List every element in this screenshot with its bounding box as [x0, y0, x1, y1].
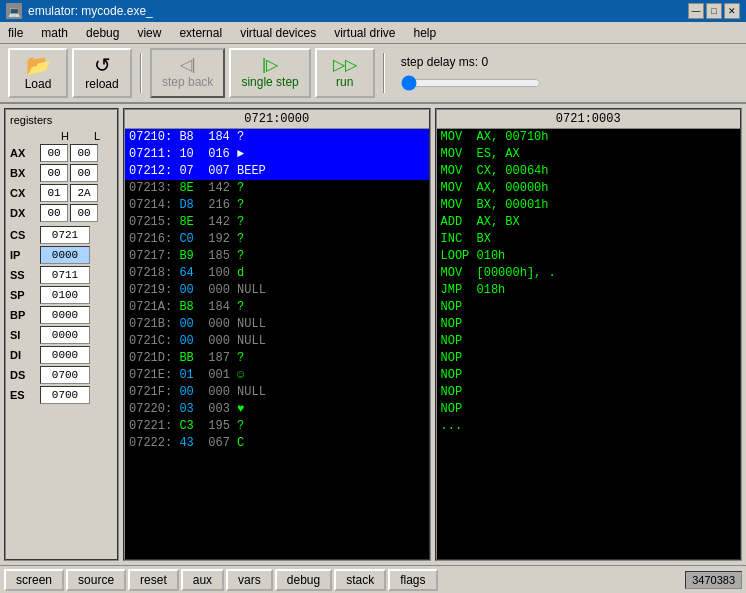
reg-cs-val[interactable] [40, 226, 90, 244]
code-line[interactable]: 07221: C3 195 ? [125, 418, 429, 435]
reg-dx-h[interactable] [40, 204, 68, 222]
reg-es-name: ES [10, 389, 38, 401]
menu-item-debug[interactable]: debug [82, 24, 123, 42]
tab-screen[interactable]: screen [4, 569, 64, 591]
asm-line[interactable]: MOV ES, AX [437, 146, 741, 163]
menu-item-virtual-drive[interactable]: virtual drive [330, 24, 399, 42]
load-icon: 📂 [26, 55, 51, 75]
asm-line[interactable]: NOP [437, 384, 741, 401]
code-line[interactable]: 07211: 10 016 ► [125, 146, 429, 163]
asm-line[interactable]: ADD AX, BX [437, 214, 741, 231]
right-code-scroll[interactable]: MOV AX, 00710h MOV ES, AX MOV CX, 00064h… [437, 129, 741, 559]
code-line[interactable]: 07216: C0 192 ? [125, 231, 429, 248]
code-line[interactable]: 07214: D8 216 ? [125, 197, 429, 214]
reg-cx-l[interactable] [70, 184, 98, 202]
reg-cx-h[interactable] [40, 184, 68, 202]
code-line[interactable]: 0721F: 00 000 NULL [125, 384, 429, 401]
step-back-label: step back [162, 75, 213, 89]
reg-si-val[interactable] [40, 326, 90, 344]
reg-ax-name: AX [10, 147, 38, 159]
reload-button[interactable]: ↺ reload [72, 48, 132, 98]
left-code-scroll[interactable]: 07210: B8 184 ? 07211: 10 016 ► 07212: 0… [125, 129, 429, 559]
reg-ss-name: SS [10, 269, 38, 281]
tab-source[interactable]: source [66, 569, 126, 591]
asm-line[interactable]: MOV CX, 00064h [437, 163, 741, 180]
reg-si-name: SI [10, 329, 38, 341]
menu-item-math[interactable]: math [37, 24, 72, 42]
asm-line[interactable]: NOP [437, 316, 741, 333]
asm-line[interactable]: MOV [00000h], . [437, 265, 741, 282]
reg-ip-name: IP [10, 249, 38, 261]
tab-debug[interactable]: debug [275, 569, 332, 591]
reg-row-ss: SS [10, 266, 113, 284]
reg-bx-h[interactable] [40, 164, 68, 182]
asm-line[interactable]: NOP [437, 401, 741, 418]
code-line[interactable]: 07210: B8 184 ? [125, 129, 429, 146]
reg-bx-l[interactable] [70, 164, 98, 182]
asm-line[interactable]: ... [437, 418, 741, 435]
code-line[interactable]: 07213: 8E 142 ? [125, 180, 429, 197]
reg-bp-val[interactable] [40, 306, 90, 324]
reload-icon: ↺ [94, 55, 111, 75]
asm-line[interactable]: NOP [437, 333, 741, 350]
reg-di-val[interactable] [40, 346, 90, 364]
run-button[interactable]: ▷▷ run [315, 48, 375, 98]
load-button[interactable]: 📂 Load [8, 48, 68, 98]
asm-line[interactable]: MOV AX, 00710h [437, 129, 741, 146]
asm-line[interactable]: MOV AX, 00000h [437, 180, 741, 197]
tab-aux[interactable]: aux [181, 569, 224, 591]
reg-h-label: H [51, 130, 79, 142]
code-line[interactable]: 07219: 00 000 NULL [125, 282, 429, 299]
menu-item-file[interactable]: file [4, 24, 27, 42]
asm-line[interactable]: LOOP 010h [437, 248, 741, 265]
reg-ds-val[interactable] [40, 366, 90, 384]
code-line[interactable]: 0721A: B8 184 ? [125, 299, 429, 316]
reg-es-val[interactable] [40, 386, 90, 404]
tab-vars[interactable]: vars [226, 569, 273, 591]
status-display: 3470383 [685, 571, 742, 589]
code-line[interactable]: 07215: 8E 142 ? [125, 214, 429, 231]
reg-ss-val[interactable] [40, 266, 90, 284]
close-button[interactable]: ✕ [724, 3, 740, 19]
reg-ip-val[interactable] [40, 246, 90, 264]
reg-sp-val[interactable] [40, 286, 90, 304]
asm-line[interactable]: NOP [437, 350, 741, 367]
asm-line[interactable]: INC BX [437, 231, 741, 248]
bottom-tabs: screen source reset aux vars debug stack… [0, 565, 746, 593]
code-line[interactable]: 07217: B9 185 ? [125, 248, 429, 265]
step-delay-slider[interactable] [401, 75, 541, 91]
reg-dx-l[interactable] [70, 204, 98, 222]
asm-line[interactable]: JMP 018h [437, 282, 741, 299]
menu-item-external[interactable]: external [175, 24, 226, 42]
menu-item-help[interactable]: help [410, 24, 441, 42]
single-step-button[interactable]: |▷ single step [229, 48, 310, 98]
code-line[interactable]: 07222: 43 067 C [125, 435, 429, 452]
asm-line[interactable]: NOP [437, 299, 741, 316]
reload-label: reload [85, 77, 118, 91]
step-delay-area: step delay ms: 0 [401, 55, 541, 91]
tab-stack[interactable]: stack [334, 569, 386, 591]
tab-reset[interactable]: reset [128, 569, 179, 591]
tab-flags[interactable]: flags [388, 569, 437, 591]
reg-row-ax: AX [10, 144, 113, 162]
single-step-icon: |▷ [262, 57, 278, 73]
reg-ax-h[interactable] [40, 144, 68, 162]
code-line[interactable]: 07220: 03 003 ♥ [125, 401, 429, 418]
code-line[interactable]: 07212: 07 007 BEEP [125, 163, 429, 180]
menu-item-virtual-devices[interactable]: virtual devices [236, 24, 320, 42]
minimize-button[interactable]: — [688, 3, 704, 19]
code-line[interactable]: 07218: 64 100 d [125, 265, 429, 282]
reg-row-cs: CS [10, 226, 113, 244]
reg-row-bp: BP [10, 306, 113, 324]
left-panel-header: 0721:0000 [125, 110, 429, 129]
code-line[interactable]: 0721C: 00 000 NULL [125, 333, 429, 350]
menu-item-view[interactable]: view [133, 24, 165, 42]
asm-line[interactable]: MOV BX, 00001h [437, 197, 741, 214]
asm-line[interactable]: NOP [437, 367, 741, 384]
code-line[interactable]: 0721B: 00 000 NULL [125, 316, 429, 333]
code-line[interactable]: 0721E: 01 001 ☺ [125, 367, 429, 384]
code-line[interactable]: 0721D: BB 187 ? [125, 350, 429, 367]
step-back-button[interactable]: ◁| step back [150, 48, 225, 98]
maximize-button[interactable]: □ [706, 3, 722, 19]
reg-ax-l[interactable] [70, 144, 98, 162]
